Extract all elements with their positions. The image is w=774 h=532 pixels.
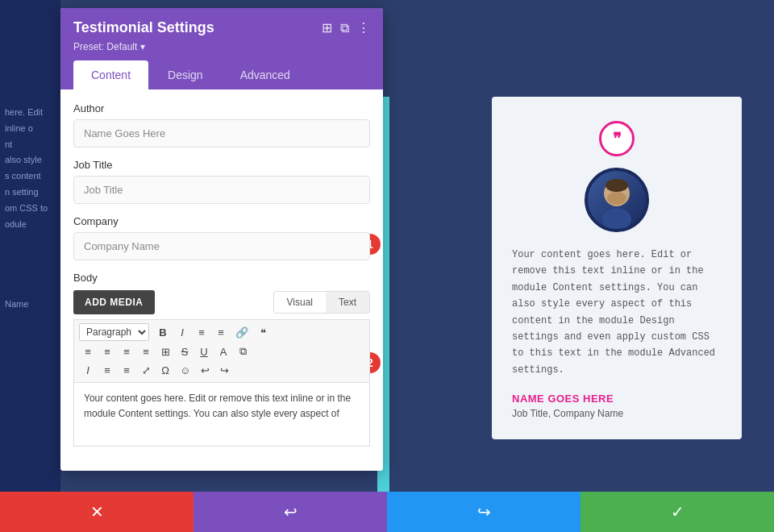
indent-button[interactable]: ≡: [98, 362, 116, 379]
avatar: [585, 168, 649, 232]
company-input[interactable]: [73, 232, 370, 260]
settings-panel: Testimonial Settings ⊞ ⧉ ⋮ Preset: Defau…: [60, 8, 383, 471]
editor-view-tabs: Visual Text: [273, 291, 370, 314]
redo-editor-button[interactable]: ↪: [215, 362, 233, 379]
body-label: Body: [73, 272, 370, 284]
table-button[interactable]: ⊞: [156, 343, 174, 360]
bold-button[interactable]: B: [154, 324, 172, 341]
unordered-list-button[interactable]: ≡: [193, 324, 210, 341]
strikethrough-button[interactable]: S: [176, 343, 194, 360]
author-input[interactable]: [73, 119, 370, 148]
svg-point-3: [602, 208, 631, 229]
company-field-group: Company 3: [73, 215, 370, 260]
job-title-field-group: Job Title 2: [73, 159, 370, 204]
svg-point-2: [605, 179, 628, 192]
ordered-list-button[interactable]: ≡: [212, 324, 230, 341]
fullscreen-icon[interactable]: ⊞: [322, 20, 332, 35]
underline-button[interactable]: U: [195, 343, 213, 360]
align-justify-button[interactable]: ≡: [137, 343, 155, 360]
add-media-button[interactable]: ADD MEDIA: [73, 290, 155, 314]
copy-button[interactable]: ⧉: [234, 343, 252, 360]
panel-title: Testimonial Settings: [73, 19, 214, 36]
color-button[interactable]: A: [214, 343, 232, 360]
omega-button[interactable]: Ω: [156, 362, 174, 379]
emoji-button[interactable]: ☺: [176, 362, 194, 379]
body-field-group: Body ADD MEDIA Visual Text Paragraph Hea…: [73, 272, 370, 447]
redo-button[interactable]: ↪: [387, 492, 580, 532]
align-right-button[interactable]: ≡: [118, 343, 135, 360]
tab-content[interactable]: Content: [73, 60, 148, 89]
panel-header: Testimonial Settings ⊞ ⧉ ⋮ Preset: Defau…: [60, 8, 383, 89]
preview-body-text: Your content goes here. Edit or remove t…: [512, 247, 722, 378]
preview-author-name: NAME GOES HERE: [512, 393, 614, 405]
link-button[interactable]: 🔗: [231, 324, 252, 341]
editor-toolbar: Paragraph Heading 1 Heading 2 B I ≡ ≡ 🔗 …: [73, 319, 370, 382]
tab-advanced[interactable]: Advanced: [223, 60, 308, 89]
cancel-button[interactable]: ✕: [0, 492, 194, 532]
italic2-button[interactable]: I: [79, 362, 97, 379]
editor-toolbar-top: ADD MEDIA Visual Text: [73, 290, 370, 314]
author-label: Author: [73, 102, 370, 114]
author-field-group: Author 1: [73, 102, 370, 148]
preview-author-sub: Job Title, Company Name: [512, 408, 623, 419]
paragraph-select[interactable]: Paragraph Heading 1 Heading 2: [79, 323, 149, 341]
align-left-button[interactable]: ≡: [79, 343, 97, 360]
job-title-label: Job Title: [73, 159, 370, 171]
company-label: Company: [73, 215, 370, 227]
tab-visual[interactable]: Visual: [274, 292, 326, 313]
confirm-button[interactable]: ✓: [580, 492, 774, 532]
tab-text[interactable]: Text: [326, 292, 369, 313]
more-options-icon[interactable]: ⋮: [357, 20, 370, 35]
italic-button[interactable]: I: [173, 324, 191, 341]
svg-point-1: [607, 192, 626, 205]
preset-label[interactable]: Preset: Default ▾: [73, 41, 370, 52]
job-title-input[interactable]: [73, 176, 370, 204]
undo-button[interactable]: ↩: [194, 492, 387, 532]
quote-icon: ❞: [599, 121, 635, 156]
panel-body: Author 1 Job Title 2 Company 3 Body ADD …: [60, 89, 383, 471]
toolbar-row-2: ≡ ≡ ≡ ≡ ⊞ S U A ⧉: [79, 343, 364, 360]
columns-icon[interactable]: ⧉: [340, 21, 349, 35]
left-sidebar-content: here. Edit inline o nt also style s cont…: [0, 97, 60, 320]
fullscreen-editor-button[interactable]: ⤢: [137, 362, 155, 379]
toolbar-row-3: I ≡ ≡ ⤢ Ω ☺ ↩ ↪: [79, 362, 364, 379]
blockquote-button[interactable]: ❝: [254, 324, 272, 341]
outdent-button[interactable]: ≡: [118, 362, 135, 379]
panel-header-icons: ⊞ ⧉ ⋮: [322, 20, 370, 35]
tab-design[interactable]: Design: [150, 60, 221, 89]
preview-card: ❞ Your content goes here. Edit or remove…: [492, 97, 742, 439]
undo-editor-button[interactable]: ↩: [196, 362, 214, 379]
toolbar-row-1: Paragraph Heading 1 Heading 2 B I ≡ ≡ 🔗 …: [79, 323, 364, 341]
editor-content[interactable]: Your content goes here. Edit or remove t…: [73, 382, 370, 447]
bottom-toolbar: ✕ ↩ ↪ ✓: [0, 492, 774, 532]
align-center-button[interactable]: ≡: [98, 343, 116, 360]
panel-tabs: Content Design Advanced: [73, 60, 370, 89]
